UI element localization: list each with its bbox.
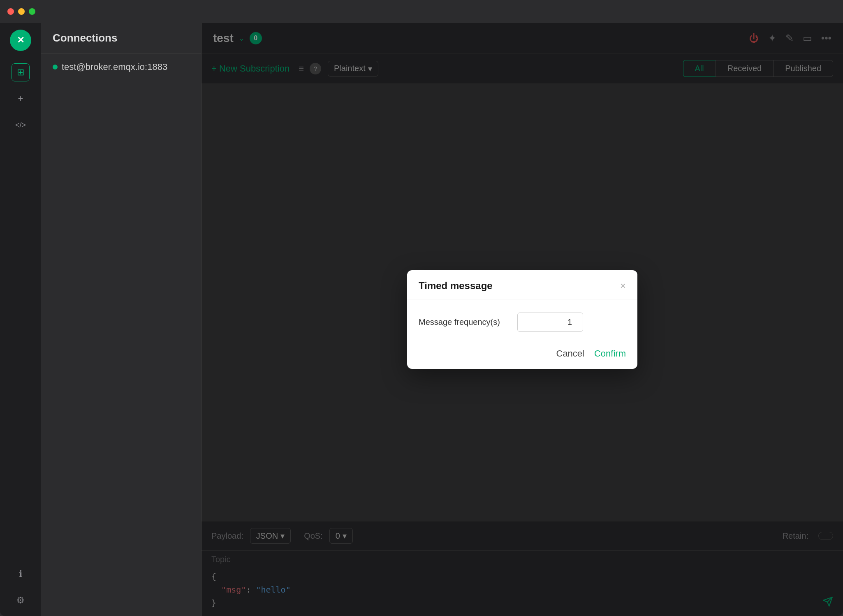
content-wrapper: test ⌄ 0 ⏻ ✦ ✎ ▭ ••• xyxy=(201,23,843,616)
connection-item[interactable]: test@broker.emqx.io:1883 xyxy=(41,53,201,81)
connection-name: test@broker.emqx.io:1883 xyxy=(62,62,167,72)
frequency-input[interactable] xyxy=(518,314,583,330)
modal-header: Timed message × xyxy=(407,270,637,299)
titlebar xyxy=(0,0,843,23)
sidebar-bottom: ℹ ⚙ xyxy=(12,565,30,609)
form-row: Message frequency(s) ▲ ▼ xyxy=(419,313,626,332)
sidebar-item-connections[interactable]: ⊞ xyxy=(12,63,30,81)
sidebar-item-add[interactable]: + xyxy=(12,90,30,108)
inner-content: Connections test@broker.emqx.io:1883 tes… xyxy=(41,23,843,616)
connections-panel: Connections test@broker.emqx.io:1883 xyxy=(41,23,201,616)
modal: Timed message × Message frequency(s) xyxy=(407,270,637,369)
main-layout: ✕ ⊞ + </> ℹ ⚙ Connections test@bro xyxy=(0,23,843,616)
connections-header: Connections xyxy=(41,23,201,53)
frequency-label: Message frequency(s) xyxy=(419,317,509,327)
modal-title: Timed message xyxy=(419,280,493,292)
sidebar-item-info[interactable]: ℹ xyxy=(12,565,30,583)
sidebar-item-settings[interactable]: ⚙ xyxy=(12,591,30,609)
modal-body: Message frequency(s) ▲ ▼ xyxy=(407,299,637,342)
confirm-button[interactable]: Confirm xyxy=(594,348,626,359)
sidebar-item-script[interactable]: </> xyxy=(12,116,30,134)
frequency-spinner[interactable]: ▲ ▼ xyxy=(517,313,583,332)
traffic-lights xyxy=(7,8,35,15)
sidebar-logo[interactable]: ✕ xyxy=(10,30,31,51)
content-area: Connections test@broker.emqx.io:1883 tes… xyxy=(41,23,843,616)
modal-footer: Cancel Confirm xyxy=(407,342,637,369)
connection-status-dot xyxy=(53,65,58,69)
app-window: ✕ ⊞ + </> ℹ ⚙ Connections test@bro xyxy=(0,0,843,616)
sidebar: ✕ ⊞ + </> ℹ ⚙ xyxy=(0,23,41,616)
minimize-button[interactable] xyxy=(18,8,25,15)
cancel-button[interactable]: Cancel xyxy=(556,348,584,359)
close-button[interactable] xyxy=(7,8,14,15)
modal-overlay[interactable]: Timed message × Message frequency(s) xyxy=(201,23,843,616)
connections-title: Connections xyxy=(53,32,117,44)
modal-close-button[interactable]: × xyxy=(620,281,626,291)
maximize-button[interactable] xyxy=(29,8,35,15)
